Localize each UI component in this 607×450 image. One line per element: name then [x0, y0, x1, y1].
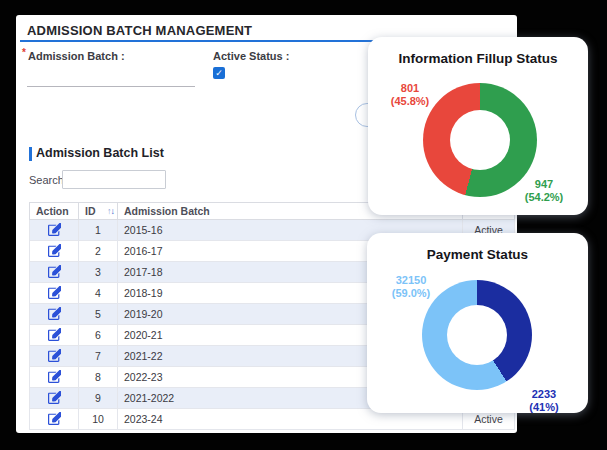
column-header-id-label: ID [85, 205, 96, 217]
sort-icon[interactable]: ↑↓ [107, 206, 114, 216]
list-title-accent-bar [29, 147, 32, 161]
column-header-id[interactable]: ID ↑↓ [79, 203, 118, 220]
edit-icon [48, 266, 61, 281]
row-id: 9 [79, 388, 118, 409]
column-header-action[interactable]: Action [30, 203, 79, 220]
edit-icon [48, 224, 61, 239]
edit-button[interactable] [48, 286, 61, 299]
edit-button[interactable] [48, 244, 61, 257]
chart-title: Payment Status [367, 247, 588, 262]
chart-title: Information Fillup Status [368, 51, 588, 66]
slice-label-skyblue: 32150 (59.0%) [379, 274, 443, 300]
edit-button[interactable] [48, 307, 61, 320]
edit-button[interactable] [48, 370, 61, 383]
row-id: 5 [79, 304, 118, 325]
row-id: 3 [79, 262, 118, 283]
edit-button[interactable] [48, 265, 61, 278]
search-input[interactable] [62, 170, 166, 189]
check-icon: ✓ [215, 68, 223, 78]
edit-button[interactable] [48, 391, 61, 404]
row-id: 4 [79, 283, 118, 304]
edit-icon [48, 392, 61, 407]
edit-icon [48, 245, 61, 260]
row-id: 2 [79, 241, 118, 262]
slice-label-green: 947 (54.2%) [512, 178, 576, 204]
donut-hole [450, 110, 510, 170]
edit-icon [48, 413, 61, 428]
slice-label-navy: 2233 (41%) [512, 388, 576, 414]
edit-button[interactable] [48, 328, 61, 341]
row-id: 7 [79, 346, 118, 367]
payment-status-card: Payment Status 32150 (59.0%) 2233 (41%) [367, 233, 588, 413]
row-id: 8 [79, 367, 118, 388]
list-title: Admission Batch List [36, 146, 164, 160]
admission-batch-input[interactable] [27, 67, 195, 87]
edit-icon [48, 350, 61, 365]
edit-icon [48, 308, 61, 323]
sort-down-icon: ↓ [111, 206, 115, 216]
admission-batch-label: Admission Batch : [28, 50, 125, 62]
edit-button[interactable] [48, 223, 61, 236]
donut-hole [447, 305, 507, 365]
page-title: ADMISSION BATCH MANAGEMENT [27, 23, 252, 38]
row-id: 1 [79, 220, 118, 241]
edit-icon [48, 287, 61, 302]
active-status-checkbox[interactable]: ✓ [213, 67, 225, 79]
edit-button[interactable] [48, 412, 61, 425]
active-status-label: Active Status : [213, 50, 289, 62]
required-asterisk: * [22, 47, 26, 58]
row-id: 10 [79, 409, 118, 430]
row-id: 6 [79, 325, 118, 346]
edit-icon [48, 371, 61, 386]
information-fillup-status-card: Information Fillup Status 801 (45.8%) 94… [368, 37, 588, 215]
edit-button[interactable] [48, 349, 61, 362]
slice-label-red: 801 (45.8%) [378, 82, 442, 108]
screen-background: ADMISSION BATCH MANAGEMENT * Admission B… [0, 0, 607, 450]
edit-icon [48, 329, 61, 344]
